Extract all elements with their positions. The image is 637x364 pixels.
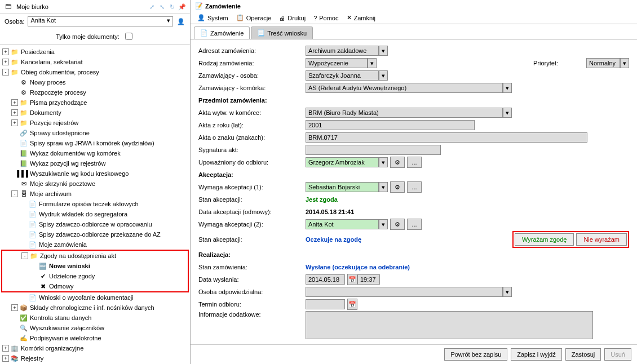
osoba-select[interactable]: Anita Kot ▾ (28, 16, 173, 26)
field-data-wys-d[interactable]: 2014.05.18 (306, 274, 345, 285)
dots-btn-wymaga1[interactable]: ... (407, 181, 422, 193)
btn-zapisz[interactable]: Zapisz i wyjdź (511, 348, 561, 361)
dropdown-priorytet[interactable]: ▾ (620, 58, 629, 68)
btn-nie[interactable]: Nie wyrażam (576, 233, 627, 246)
tree-item[interactable]: 📄Wydruk wkładek do segregatora (1, 209, 189, 219)
dropdown-zam-komorka[interactable]: ▾ (503, 83, 512, 93)
tree-item[interactable]: 🆕Nowe wnioski (2, 261, 188, 271)
tree-item[interactable]: 📄Formularze opisów teczek aktowych (1, 199, 189, 209)
btn-zastosuj[interactable]: Zastosuj (565, 348, 601, 361)
only-mine-checkbox[interactable] (125, 33, 132, 40)
dots-btn-wymaga2[interactable]: ... (407, 219, 422, 230)
dropdown-upowazniony[interactable]: ▾ (379, 157, 388, 167)
tree-item[interactable]: ⚙Nowy proces (1, 77, 189, 87)
field-adresat[interactable]: Archiwum zakładowe (306, 46, 379, 56)
calendar-icon[interactable]: 📅 (347, 274, 357, 285)
tree-item[interactable]: +📁Posiedzenia (1, 47, 189, 57)
tree-item[interactable]: ✖Odmowy (2, 281, 188, 291)
tree-item[interactable]: ⚙Rozpoczęte procesy (1, 87, 189, 97)
dots-btn-upowazniony[interactable]: ... (407, 157, 422, 168)
tree-item[interactable]: 🔍Wyszukiwanie załączników (1, 323, 189, 333)
gear-btn-wymaga2[interactable]: ⚙ (390, 219, 405, 230)
expander-icon[interactable]: - (21, 252, 28, 259)
tree-item[interactable]: 📗Wykaz pozycji wg rejestrów (1, 158, 189, 168)
gear-btn-wymaga1[interactable]: ⚙ (390, 181, 405, 193)
tree-item[interactable]: ✔Udzielone zgody (2, 271, 188, 281)
tree-item[interactable]: ✅Kontrola stanu danych (1, 313, 189, 323)
field-zam-komorka[interactable]: AS (Referat Audytu Wewnętrznego) (306, 83, 503, 93)
field-termin[interactable] (306, 299, 345, 309)
tree-item[interactable]: 📄Moje zamówienia (1, 239, 189, 250)
field-akta-znak[interactable]: BRM.0717 (306, 132, 587, 143)
field-zam-osoba[interactable]: Szafarczyk Joanna (306, 70, 379, 81)
tree-item[interactable]: +📁Pisma przychodzące (1, 97, 189, 108)
tree-item[interactable]: 🔗Sprawy udostępnione (1, 128, 189, 138)
menu-drukuj[interactable]: 🖨Drukuj (276, 13, 309, 23)
field-sygnatura[interactable] (306, 145, 441, 155)
expander-icon[interactable]: + (11, 304, 18, 311)
menu-zamknij[interactable]: ✕Zamknij (343, 13, 379, 23)
field-rodzaj[interactable]: Wypożyczenie (306, 58, 368, 68)
menu-pomoc[interactable]: ?Pomoc (310, 13, 342, 23)
process-icon: ⚙ (19, 88, 28, 97)
user-icon[interactable]: 👤 (176, 17, 185, 26)
tree-item[interactable]: +📚Rejestry (1, 353, 189, 363)
tab-tresc[interactable]: 📃Treść wniosku (251, 26, 313, 39)
dropdown-rodzaj[interactable]: ▾ (368, 58, 377, 68)
tree-item[interactable]: ▌▌▌Wyszukiwanie wg kodu kreskowego (1, 168, 189, 179)
field-akta-rok[interactable]: 2001 (306, 120, 475, 130)
tree-label: Moje skrzynki pocztowe (30, 180, 95, 187)
field-wymaga2[interactable]: Anita Kot (306, 219, 379, 229)
tree-item[interactable]: +📁Dokumenty (1, 108, 189, 118)
dropdown-akta-komorka[interactable]: ▾ (503, 108, 512, 118)
gear-btn-upowazniony[interactable]: ⚙ (390, 157, 405, 168)
tree-item[interactable]: 📗Wykaz dokumentów wg komórek (1, 148, 189, 158)
btn-zgoda[interactable]: Wyrażam zgodę (515, 233, 574, 246)
tree-item[interactable]: +📁Pozycje rejestrów (1, 118, 189, 128)
expander-icon[interactable]: + (2, 48, 9, 55)
field-priorytet[interactable]: Normalny (586, 58, 620, 68)
tree-item[interactable]: 📄Spisy zdawczo-odbiorcze przekazane do A… (1, 229, 189, 239)
sign-icon: ✍ (19, 334, 28, 343)
calendar-icon-2[interactable]: 📅 (347, 299, 357, 310)
tree-item[interactable]: +📦Składy chronologiczne i inf. nośników … (1, 303, 189, 313)
btn-powrot[interactable]: Powrót bez zapisu (444, 348, 507, 361)
expander-icon[interactable]: + (2, 355, 9, 362)
dropdown-zam-osoba[interactable]: ▾ (379, 70, 388, 81)
field-data-wys-t[interactable]: 19:37 (357, 274, 380, 285)
tree-item[interactable]: -📁Zgody na udostępnienia akt (2, 251, 188, 261)
expander-icon[interactable]: + (11, 99, 18, 106)
expander-icon[interactable]: - (11, 190, 18, 197)
field-info[interactable] (306, 311, 593, 339)
expander-icon[interactable]: - (2, 69, 9, 76)
expander-icon[interactable]: + (11, 119, 18, 126)
menu-system[interactable]: 👤System (194, 13, 232, 23)
refresh-icon[interactable]: ↻ (167, 2, 176, 11)
field-wymaga1[interactable]: Sebastian Bojarski (306, 182, 379, 192)
tree-item[interactable]: 📄Spisy zdawczo-odbiorcze w opracowaniu (1, 219, 189, 229)
collapse-icon[interactable]: ⤡ (157, 2, 166, 11)
tree-item[interactable]: -📁Obieg dokumentów, procesy (1, 67, 189, 77)
tree-item[interactable]: +📁Kancelaria, sekretariat (1, 57, 189, 67)
dropdown-osoba-odp[interactable]: ▾ (503, 287, 512, 297)
pin-icon[interactable]: 📌 (178, 2, 187, 11)
tab-zamowienie[interactable]: 📄Zamówienie (194, 26, 250, 39)
tree-item[interactable]: 📄Spisy spraw wg JRWA i komórek (wydziałó… (1, 138, 189, 148)
tree-item[interactable]: ✉Moje skrzynki pocztowe (1, 179, 189, 189)
tree-item[interactable]: +🏢Komórki organizacyjne (1, 343, 189, 353)
field-osoba-odp[interactable] (306, 287, 503, 297)
dropdown-wymaga1[interactable]: ▾ (379, 182, 388, 192)
btn-usun[interactable]: Usuń (604, 348, 631, 361)
menu-operacje[interactable]: 📋Operacje (233, 13, 275, 23)
expander-icon[interactable]: + (11, 109, 18, 116)
dropdown-wymaga2[interactable]: ▾ (379, 219, 388, 229)
tree-item[interactable]: 📄Wnioski o wycofanie dokumentacji (1, 292, 189, 303)
field-upowazniony[interactable]: Grzegorz Ambroziak (306, 157, 379, 167)
tree-item[interactable]: -🗄Moje archiwum (1, 189, 189, 199)
tree-item[interactable]: ✍Podpisywanie wielokrotne (1, 333, 189, 343)
expand-icon[interactable]: ⤢ (147, 2, 156, 11)
dropdown-adresat[interactable]: ▾ (379, 46, 388, 56)
expander-icon[interactable]: + (2, 345, 9, 352)
expander-icon[interactable]: + (2, 59, 9, 65)
field-akta-komorka[interactable]: BRM (Biuro Rady Miasta) (306, 108, 503, 118)
